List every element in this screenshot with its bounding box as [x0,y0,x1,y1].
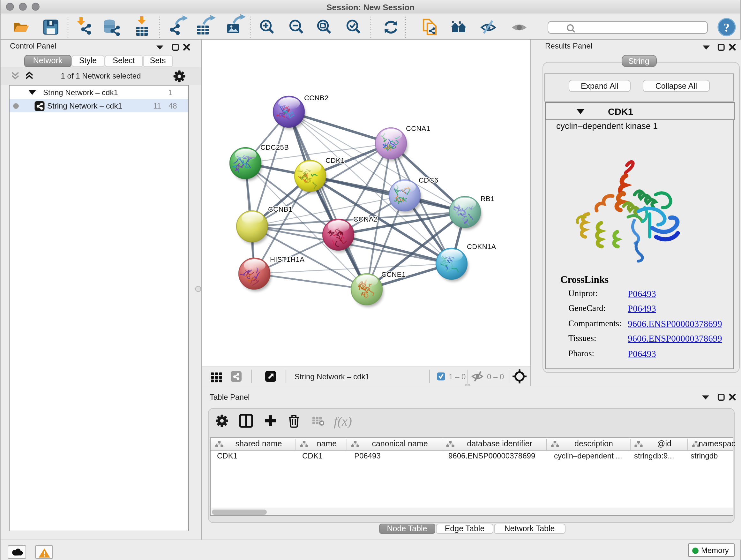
svg-text:?: ? [724,21,730,34]
svg-text:CDKN1A: CDKN1A [467,243,496,251]
svg-text:CCNE1: CCNE1 [381,270,406,278]
svg-text:CCNB1: CCNB1 [268,205,292,213]
svg-text:HIST1H1A: HIST1H1A [270,255,304,263]
svg-text:CDK1: CDK1 [325,157,344,165]
svg-text:0 – 0: 0 – 0 [487,372,503,381]
svg-text:f(x): f(x) [334,414,352,428]
svg-text:CCNA1: CCNA1 [406,125,430,132]
svg-text:CCNA2: CCNA2 [353,215,378,223]
svg-text:CDC25B: CDC25B [260,143,288,151]
svg-text:CDC6: CDC6 [418,176,438,184]
svg-text:String Network – cdk1: String Network – cdk1 [294,372,369,381]
svg-text:CCNB2: CCNB2 [304,94,328,102]
svg-text:1 – 0: 1 – 0 [448,372,465,381]
svg-text:RB1: RB1 [480,195,494,203]
